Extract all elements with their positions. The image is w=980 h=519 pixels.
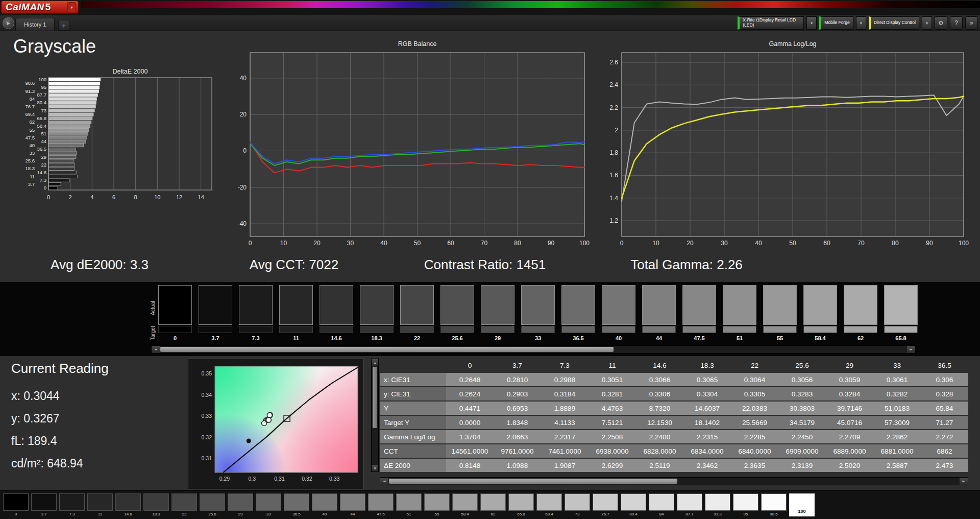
display-control-dropdown-icon[interactable]: ▾ [922, 16, 932, 30]
patch-color [172, 493, 197, 511]
grayscale-swatch: 65.8 [884, 285, 918, 341]
table-cell: 4.1133 [541, 416, 589, 429]
table-column-header: 33 [873, 359, 921, 372]
test-patch-7.3[interactable]: 7.3 [59, 493, 85, 517]
test-patch-95[interactable]: 95 [733, 493, 758, 517]
swatch-scrollbar[interactable]: ◄ ► [151, 345, 916, 353]
svg-text:0.34: 0.34 [202, 392, 212, 398]
test-patch-73[interactable]: 73 [565, 493, 590, 517]
svg-text:12: 12 [176, 194, 182, 200]
test-patch-55[interactable]: 55 [424, 493, 450, 517]
patch-color [143, 493, 169, 511]
svg-text:62: 62 [29, 119, 35, 125]
patch-label: 33 [256, 512, 281, 517]
scroll-left-icon[interactable]: ◄ [380, 478, 388, 485]
current-reading-y: y: 0.3267 [11, 412, 60, 426]
test-patch-47.5[interactable]: 47.5 [368, 493, 394, 517]
scroll-up-icon[interactable]: ▲ [372, 359, 378, 366]
test-patch-44[interactable]: 44 [340, 493, 365, 517]
swatch-level-label: 7.3 [239, 335, 273, 341]
test-patch-80.4[interactable]: 80.4 [621, 493, 646, 517]
table-cell: 65.84 [921, 402, 968, 415]
test-patch-91.3[interactable]: 91.3 [705, 493, 730, 517]
svg-text:100: 100 [959, 240, 969, 247]
meter-selector[interactable]: X-Rite i1Display Retail LCD (LED) [738, 16, 804, 30]
add-tab-button[interactable]: + [58, 20, 69, 31]
swatch-target-color [521, 326, 555, 333]
patch-label: 40 [312, 512, 337, 517]
scrollbar-thumb[interactable] [389, 479, 677, 484]
test-patch-3.7[interactable]: 3.7 [31, 493, 57, 517]
table-cell: 0.3281 [589, 387, 636, 400]
table-cell: 2.2285 [731, 430, 778, 443]
display-control-selector[interactable]: Direct Display Control [869, 16, 919, 30]
svg-text:80: 80 [514, 240, 521, 247]
tab-history-1[interactable]: History 1 [15, 18, 55, 31]
test-patch-33[interactable]: 33 [256, 493, 281, 517]
patch-label: 76.7 [593, 512, 618, 517]
table-cell: 2.3462 [683, 459, 731, 472]
test-patch-29[interactable]: 29 [228, 493, 253, 517]
table-corner [380, 359, 446, 372]
patch-label: 69.4 [536, 512, 562, 517]
scroll-right-icon[interactable]: ► [907, 346, 915, 353]
test-patch-62[interactable]: 62 [480, 493, 506, 517]
source-dropdown-icon[interactable]: ▾ [856, 16, 866, 30]
scrollbar-thumb[interactable] [373, 367, 377, 428]
test-patch-65.8[interactable]: 65.8 [508, 493, 534, 517]
test-patch-76.7[interactable]: 76.7 [593, 493, 618, 517]
svg-text:29: 29 [41, 154, 46, 160]
test-patch-100[interactable]: 100 [789, 493, 815, 517]
scroll-right-icon[interactable]: ► [960, 478, 968, 485]
test-patch-0[interactable]: 0 [3, 493, 29, 517]
svg-text:1.8: 1.8 [609, 149, 618, 156]
cie-chromaticity-chart: 0.290.30.310.320.330.350.340.330.320.31 [188, 359, 364, 490]
svg-text:65.8: 65.8 [37, 115, 47, 121]
patch-color [284, 493, 309, 511]
test-patch-11[interactable]: 11 [87, 493, 113, 517]
help-icon[interactable]: ? [950, 16, 963, 30]
grayscale-swatch: 40 [602, 285, 635, 341]
patch-color [396, 493, 422, 511]
test-patch-84[interactable]: 84 [649, 493, 674, 517]
table-cell: 0.3184 [541, 387, 589, 400]
test-patch-58.4[interactable]: 58.4 [452, 493, 478, 517]
svg-text:0.33: 0.33 [202, 413, 212, 419]
test-patch-51[interactable]: 51 [396, 493, 422, 517]
test-patch-25.6[interactable]: 25.6 [200, 493, 225, 517]
settings-gear-icon[interactable]: ⚙ [935, 16, 947, 30]
test-patch-36.5[interactable]: 36.5 [284, 493, 309, 517]
deltae-2000-chart: 0246810121410098.69591.387.78480.476.773… [20, 65, 225, 219]
display-control-label: Direct Display Control [874, 20, 916, 26]
test-patch-69.4[interactable]: 69.4 [536, 493, 562, 517]
svg-text:100: 100 [38, 77, 46, 82]
source-selector[interactable]: Mobile Forge [819, 16, 853, 30]
scroll-down-icon[interactable]: ▼ [372, 465, 378, 471]
table-cell: 0.3051 [589, 373, 636, 386]
table-scrollbar[interactable]: ◄ ► [380, 477, 968, 485]
patch-label: 91.3 [705, 512, 730, 517]
nav-forward-icon[interactable]: ▶ [3, 17, 14, 29]
logo-dropdown-icon[interactable]: ▾ [67, 2, 76, 12]
meter-dropdown-icon[interactable]: ▾ [806, 16, 817, 30]
scrollbar-thumb[interactable] [160, 347, 614, 352]
table-cell: 9761.0000 [494, 444, 541, 458]
test-patch-87.7[interactable]: 87.7 [677, 493, 702, 517]
test-patch-98.6[interactable]: 98.6 [761, 493, 787, 517]
expand-panel-icon[interactable]: » [965, 16, 978, 30]
patch-color [31, 493, 57, 511]
table-cell: 18.1402 [683, 416, 731, 429]
test-patch-22[interactable]: 22 [172, 493, 197, 517]
current-reading-x: x: 0.3044 [11, 389, 60, 403]
test-patch-18.3[interactable]: 18.3 [143, 493, 169, 517]
table-cell: 1.3704 [446, 430, 494, 443]
test-patch-14.6[interactable]: 14.6 [115, 493, 141, 517]
app-logo[interactable]: CalMAN 5 ▾ [1, 1, 79, 14]
test-patch-40[interactable]: 40 [312, 493, 337, 517]
table-vertical-scrollbar[interactable]: ▲ ▼ [371, 359, 379, 472]
table-cell: 2.2317 [541, 430, 589, 443]
swatch-level-label: 18.3 [360, 335, 394, 341]
tab-label: History 1 [24, 21, 46, 28]
table-column-header: 0 [446, 359, 494, 372]
scroll-left-icon[interactable]: ◄ [152, 346, 160, 353]
